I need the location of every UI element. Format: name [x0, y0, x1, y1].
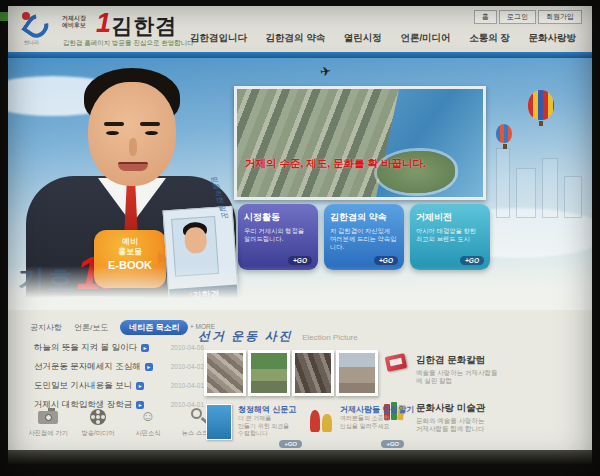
nav-communication[interactable]: 소통의 장 [469, 32, 510, 45]
list-item[interactable]: 도민일보 기사내용을 보니 ▸ 2010-04-01 [34, 376, 204, 395]
home-link[interactable]: 홈 [474, 10, 497, 24]
feature-desc: 저 김한겸이 자신있게 여러분께 드리는 약속입니다. [330, 227, 398, 251]
utility-links: 홈 로그인 회원가입 [472, 10, 582, 24]
feature-desc: 우리 거제시의 행정을 알려드립니다. [244, 227, 312, 243]
building-sketch [564, 176, 582, 218]
cloud-band [8, 266, 592, 310]
banner-headline: 거제의 수준, 제도, 문화를 확 바꿉니다. [245, 157, 426, 171]
promo-public-opinion[interactable]: 거제사람들 민심알기 여러분들의 소중한 민심을 알려주세요 +GO [308, 402, 404, 448]
hero-banner: 거제의 수준, 제도, 문화를 확 바꿉니다. ✈ 시정활동 우리 거제시의 행… [8, 58, 592, 310]
election-photo-thumb[interactable] [204, 350, 246, 396]
party-logo[interactable]: 한나라 [20, 12, 56, 46]
go-button[interactable]: +GO [288, 256, 312, 265]
photos-heading: 선거 운동 사진 Election Picture [198, 326, 358, 345]
nav-media[interactable]: 언론/미디어 [400, 32, 450, 45]
tab-press[interactable]: 언론/보도 [74, 322, 108, 333]
go-button[interactable]: +GO [279, 440, 302, 448]
feature-desc: 아시아 태평양을 향한 최고의 브랜드 도시 [416, 227, 484, 243]
tab-netizen-voice[interactable]: 네티즌 목소리 [120, 320, 188, 335]
footer-bar [8, 450, 592, 464]
election-photo-thumb[interactable] [292, 350, 334, 396]
culture-column-link[interactable]: 김한겸 문화칼럼 예술을 사랑하는 거제사람들 에 실린 칼럼 [416, 354, 498, 385]
election-photo-thumb[interactable] [336, 350, 378, 396]
hot-air-balloon-icon [528, 90, 554, 120]
election-photo-thumb[interactable] [248, 350, 290, 396]
building-sketch [542, 158, 558, 218]
feature-title: 거제비전 [416, 211, 484, 224]
arrow-icon[interactable]: ▸ [145, 363, 153, 371]
go-button[interactable]: +GO [374, 256, 398, 265]
list-item[interactable]: 하늘의 뜻을 지켜 볼 일이다 ▸ 2010-04-06 [34, 338, 204, 357]
building-sketch [496, 148, 510, 218]
quicklink-citizen-news[interactable]: ☺ 시민소식 [122, 406, 174, 438]
tab-notice[interactable]: 공지사항 [30, 322, 62, 333]
building-sketch [516, 168, 536, 218]
arrow-icon[interactable]: ▸ [136, 382, 144, 390]
quicklink-photo-album[interactable]: 사진첩에 가기 [22, 406, 74, 438]
candidate-name-logo[interactable]: 김한겸 [111, 12, 177, 40]
candidate-number: 1 [96, 8, 111, 39]
candidate-role-label: 거제시장 예비후보 [62, 15, 86, 29]
go-button[interactable]: +GO [381, 440, 404, 448]
film-reel-icon [86, 406, 110, 426]
person-icon: ☺ [136, 406, 160, 426]
website-screen: 한나라 거제시장 예비후보 1 김한겸 김한겸 홈페이지 방문을 진심으로 환영… [8, 6, 592, 464]
city-blocks [234, 86, 401, 200]
site-header: 한나라 거제시장 예비후보 1 김한겸 김한겸 홈페이지 방문을 진심으로 환영… [8, 6, 592, 52]
city-vision-panel[interactable]: 거제의 수준, 제도, 문화를 확 바꿉니다. [234, 86, 486, 200]
monitor-photo-frame: 한나라 거제시장 예비후보 1 김한겸 김한겸 홈페이지 방문을 진심으로 환영… [0, 0, 600, 476]
welcome-slogan: 김한겸 홈페이지 방문을 진심으로 환영합니다 [63, 39, 194, 48]
feature-title: 시정활동 [244, 211, 312, 224]
helicopter-icon: ✈ [319, 63, 332, 79]
nav-promise[interactable]: 김한겸의 약속 [266, 32, 326, 45]
go-button[interactable]: +GO [460, 256, 484, 265]
hot-air-balloon-icon [496, 124, 512, 143]
lower-content: 공지사항 언론/보도 네티즌 목소리 + MORE 하늘의 뜻을 지켜 볼 일이… [8, 310, 592, 450]
quicklink-media[interactable]: 방송/미디어 [72, 406, 124, 438]
main-nav: 김한겸입니다 김한겸의 약속 열린시정 언론/미디어 소통의 장 문화사랑방 [190, 32, 576, 45]
promo-sinmungo[interactable]: 청정해역 신문고 더 큰 거제를 만들기 위한 의견을 수렴합니다 +GO [206, 402, 302, 448]
candidate-face [88, 82, 176, 186]
feature-box-vision[interactable]: 거제비전 아시아 태평양을 향한 최고의 브랜드 도시 +GO [410, 204, 490, 270]
list-item[interactable]: 선거운동 문자메세지 조심해 ▸ 2010-04-02 [34, 357, 204, 376]
party-name: 한나라 [24, 39, 39, 45]
photos-title-en: Election Picture [302, 333, 358, 342]
book-icon [385, 353, 408, 372]
board-tabs: 공지사항 언론/보도 네티즌 목소리 [30, 320, 196, 335]
feature-box-promise[interactable]: 김한겸의 약속 저 김한겸이 자신있게 여러분께 드리는 약속입니다. +GO [324, 204, 404, 270]
feature-box-city-activity[interactable]: 시정활동 우리 거제시의 행정을 알려드립니다. +GO [238, 204, 318, 270]
nav-about[interactable]: 김한겸입니다 [190, 32, 247, 45]
art-gallery-link[interactable]: 문화사랑 미술관 문화와 예술을 사랑하는 거제사람들 함께 합니다 [416, 402, 485, 433]
signup-link[interactable]: 회원가입 [538, 10, 582, 24]
nav-open-admin[interactable]: 열린시정 [344, 32, 382, 45]
promo-thumbnail [206, 404, 232, 440]
login-link[interactable]: 로그인 [499, 10, 536, 24]
nav-culture[interactable]: 문화사랑방 [528, 32, 576, 45]
feature-title: 김한겸의 약속 [330, 211, 398, 224]
photos-title-kr: 선거 운동 사진 [198, 329, 293, 343]
notice-list: 하늘의 뜻을 지켜 볼 일이다 ▸ 2010-04-06 선거운동 문자메세지 … [34, 338, 204, 414]
arrow-icon[interactable]: ▸ [141, 344, 149, 352]
camera-icon [36, 406, 60, 426]
